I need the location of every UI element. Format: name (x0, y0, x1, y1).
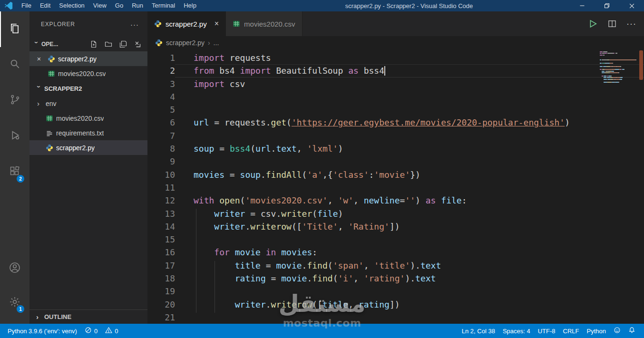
status-errors[interactable]: 0 (81, 324, 101, 338)
line-number: 3 (147, 77, 175, 90)
tab-movies2020.csv[interactable]: movies2020.csv (226, 11, 302, 36)
file-tree: ›envmovies2020.csvrequirements.txtscrapp… (29, 96, 147, 155)
minimap[interactable] (600, 51, 638, 85)
breadcrumb[interactable]: scrapper2.py › ... (147, 36, 644, 49)
code-line-17[interactable]: 17 title = movie.find('span', 'title').t… (147, 259, 644, 272)
menu-terminal[interactable]: Terminal (147, 0, 179, 11)
status-python-interpreter[interactable]: Python 3.9.6 ('env': venv) (4, 324, 81, 338)
menu-view[interactable]: View (89, 0, 111, 11)
more-actions-icon[interactable]: ··· (130, 20, 139, 29)
line-number: 2 (147, 64, 175, 77)
code-line-11[interactable]: 11 (147, 181, 644, 194)
project-root-header[interactable]: › SCRAPPER2 (29, 81, 147, 96)
code-line-3[interactable]: 3 import csv (147, 77, 644, 90)
breadcrumb-more[interactable]: ... (214, 39, 219, 47)
save-all-icon[interactable] (119, 40, 127, 48)
open-editors-actions (90, 40, 147, 48)
code-line-8[interactable]: 8 soup = bss4(url.text, 'lxml') (147, 142, 644, 155)
code-line-15[interactable]: 15 (147, 233, 644, 246)
status-language-mode[interactable]: Python (583, 324, 610, 338)
status-label: Python (587, 328, 606, 335)
run-button[interactable] (587, 19, 598, 29)
code-line-10[interactable]: 10 movies = soup.findAll('a',{'class':'m… (147, 168, 644, 181)
line-number: 6 (147, 116, 175, 129)
menu-go[interactable]: Go (111, 0, 127, 11)
status-label: Spaces: 4 (503, 328, 530, 335)
code-line-20[interactable]: 20 writer.writerow([title, rating]) (147, 298, 644, 311)
minimize-button[interactable] (570, 0, 595, 11)
open-editors-header[interactable]: › OPE... (29, 37, 147, 51)
code-line-9[interactable]: 9 (147, 155, 644, 168)
status-feedback[interactable] (610, 324, 624, 338)
code-line-4[interactable]: 4 (147, 90, 644, 103)
close-all-icon[interactable] (134, 40, 142, 48)
activity-bar: 2 1 (0, 11, 29, 324)
code-line-13[interactable]: 13 writer = csv.writer(file) (147, 207, 644, 220)
code-line-12[interactable]: 12 with open('movies2020.csv', 'w', newl… (147, 194, 644, 207)
chevron-right-icon: › (37, 100, 43, 107)
activity-settings[interactable]: 1 (0, 286, 29, 320)
code-line-7[interactable]: 7 (147, 129, 644, 142)
status-eol[interactable]: CRLF (559, 324, 583, 338)
activity-accounts[interactable] (0, 251, 29, 286)
menu-run[interactable]: Run (127, 0, 147, 11)
code-editor[interactable]: 1 import requests 2 from bs4 import Beau… (147, 49, 644, 324)
status-encoding[interactable]: UTF-8 (534, 324, 559, 338)
status-indentation[interactable]: Spaces: 4 (499, 324, 534, 338)
tab-label: scrapper2.py (166, 20, 207, 28)
tree-item-scrapper2.py[interactable]: scrapper2.py (29, 140, 147, 155)
code-line-1[interactable]: 1 import requests (147, 51, 644, 64)
tab-scrapper2.py[interactable]: scrapper2.py × (147, 11, 226, 36)
more-button[interactable]: ··· (626, 19, 636, 29)
restore-button[interactable] (595, 0, 619, 11)
python-file-icon (154, 20, 162, 28)
indent-guide (196, 209, 196, 313)
split-editor-button[interactable] (607, 19, 617, 29)
activity-search[interactable] (0, 47, 29, 83)
code-line-6[interactable]: 6 url = requests.get('https://geer.egybe… (147, 116, 644, 129)
code-line-18[interactable]: 18 rating = movie.find('i', 'rating').te… (147, 272, 644, 285)
code-line-21[interactable]: 21 (147, 311, 644, 324)
new-folder-icon[interactable] (105, 40, 112, 48)
menu-help[interactable]: Help (179, 0, 201, 11)
new-file-icon[interactable] (90, 40, 98, 48)
activity-explorer[interactable] (0, 11, 29, 47)
tree-item-env[interactable]: ›env (29, 96, 147, 111)
menu-edit[interactable]: Edit (36, 0, 55, 11)
code-line-14[interactable]: 14 writer.writerow(['Title', 'Rating']) (147, 220, 644, 233)
sidebar-explorer: EXPLORER ··· › OPE... × scrapper2.py mov… (29, 11, 147, 324)
open-editor-item[interactable]: × scrapper2.py (29, 51, 147, 66)
status-cursor-position[interactable]: Ln 2, Col 38 (458, 324, 499, 338)
open-editor-item[interactable]: movies2020.csv (29, 66, 147, 81)
scrollbar-thumb[interactable] (639, 50, 643, 80)
close-button[interactable] (619, 0, 644, 11)
close-icon[interactable]: × (215, 19, 219, 28)
outline-section[interactable]: › OUTLINE (29, 309, 147, 324)
python-file-icon (155, 39, 163, 47)
activity-run-debug[interactable] (0, 118, 29, 154)
status-warnings[interactable]: 0 (101, 324, 122, 338)
code-line-5[interactable]: 5 (147, 103, 644, 116)
activity-source-control[interactable] (0, 83, 29, 118)
text-cursor (384, 66, 385, 76)
code-line-19[interactable]: 19 (147, 285, 644, 298)
activity-extensions[interactable]: 2 (0, 154, 29, 190)
line-number: 9 (147, 155, 175, 168)
menu-file[interactable]: File (17, 0, 36, 11)
line-number: 12 (147, 194, 175, 207)
status-bar: Python 3.9.6 ('env': venv) 0 0 Ln 2, Col… (0, 324, 644, 338)
tree-item-movies2020.csv[interactable]: movies2020.csv (29, 111, 147, 126)
tree-item-requirements.txt[interactable]: requirements.txt (29, 126, 147, 140)
breadcrumb-file[interactable]: scrapper2.py (166, 39, 205, 47)
status-label: 0 (94, 328, 98, 335)
status-notifications[interactable] (624, 324, 639, 338)
menu-selection[interactable]: Selection (55, 0, 88, 11)
open-editors-list: × scrapper2.py movies2020.csv (29, 51, 147, 81)
close-icon[interactable]: × (33, 55, 45, 63)
open-editors-label: OPE... (41, 41, 58, 48)
code-line-16[interactable]: 16 for movie in movies: (147, 246, 644, 259)
chevron-down-icon: › (36, 86, 42, 91)
tab-bar: scrapper2.py × movies2020.csv ··· (147, 11, 644, 36)
code-line-2[interactable]: 2 from bs4 import BeautifulSoup as bss4 (147, 64, 644, 77)
line-number: 17 (147, 259, 175, 272)
